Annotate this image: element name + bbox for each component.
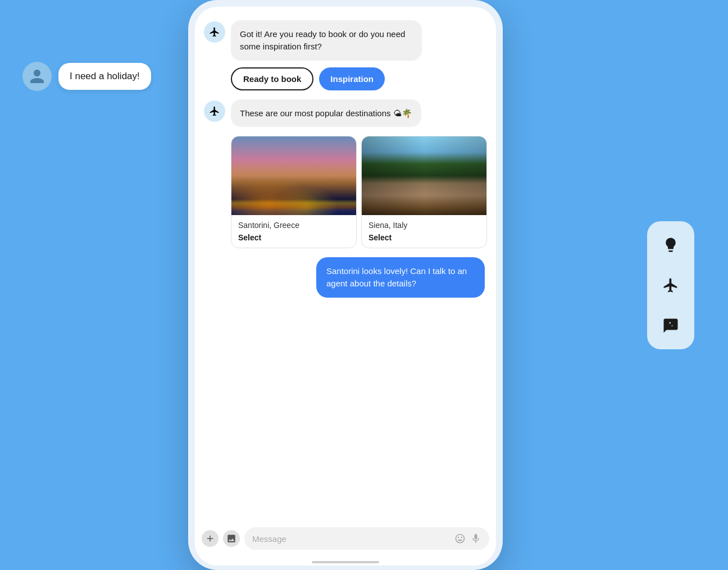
user-chat-bubble: Santorini looks lovely! Can I talk to an… xyxy=(316,257,485,298)
image-icon[interactable] xyxy=(223,530,240,547)
mic-icon[interactable] xyxy=(470,533,481,544)
santorini-select[interactable]: Select xyxy=(238,233,349,242)
scene: I need a holiday! Got it! Are you ready … xyxy=(0,0,728,570)
lightbulb-panel-icon[interactable] xyxy=(656,230,685,259)
bot-bubble-1: Got it! Are you ready to book or do you … xyxy=(231,20,422,61)
input-right-icons xyxy=(454,533,481,544)
action-buttons: Ready to book Inspiration xyxy=(204,67,487,90)
bot-row-2: These are our most popular destinations … xyxy=(204,99,487,127)
bot-row-1: Got it! Are you ready to book or do you … xyxy=(204,20,487,61)
bot-avatar-2 xyxy=(204,101,225,122)
message-input-field[interactable]: Message xyxy=(244,527,489,550)
airplane-panel-icon[interactable] xyxy=(656,271,685,300)
user-section: I need a holiday! xyxy=(22,62,151,91)
siena-body: Siena, Italy Select xyxy=(362,215,486,248)
person-icon xyxy=(29,68,46,85)
ready-to-book-button[interactable]: Ready to book xyxy=(231,67,313,90)
airplane-icon-bot2 xyxy=(209,106,220,117)
plus-svg xyxy=(205,533,215,544)
siena-name: Siena, Italy xyxy=(368,221,480,230)
right-panel xyxy=(647,221,694,349)
santorini-name: Santorini, Greece xyxy=(238,221,349,230)
plus-icon[interactable] xyxy=(202,530,219,547)
emoji-icon[interactable] xyxy=(454,533,466,544)
lightbulb-svg xyxy=(662,236,679,253)
user-holiday-bubble: I need a holiday! xyxy=(58,63,151,90)
bot-bubble-2: These are our most popular destinations … xyxy=(231,99,421,127)
santorini-body: Santorini, Greece Select xyxy=(231,215,356,248)
input-bar: Message xyxy=(195,523,496,557)
image-svg xyxy=(226,533,236,544)
airplane-icon-bot1 xyxy=(209,26,220,38)
avatar xyxy=(22,62,52,91)
santorini-image xyxy=(231,136,356,215)
airplane-panel-svg xyxy=(662,277,679,294)
chat-play-svg xyxy=(662,317,679,334)
chat-area: Got it! Are you ready to book or do you … xyxy=(195,7,496,523)
santorini-card[interactable]: Santorini, Greece Select xyxy=(231,136,357,248)
destination-cards: Santorini, Greece Select Siena, Italy Se… xyxy=(204,136,487,248)
home-bar xyxy=(312,561,379,563)
chat-play-panel-icon[interactable] xyxy=(656,311,685,340)
inspiration-button[interactable]: Inspiration xyxy=(319,67,385,90)
siena-image xyxy=(362,136,486,215)
siena-card[interactable]: Siena, Italy Select xyxy=(361,136,487,248)
home-indicator xyxy=(195,557,496,566)
message-placeholder: Message xyxy=(252,534,450,544)
phone: Got it! Are you ready to book or do you … xyxy=(188,0,503,570)
siena-select[interactable]: Select xyxy=(368,233,480,242)
phone-screen: Got it! Are you ready to book or do you … xyxy=(195,7,496,566)
bot-avatar-1 xyxy=(204,21,225,43)
